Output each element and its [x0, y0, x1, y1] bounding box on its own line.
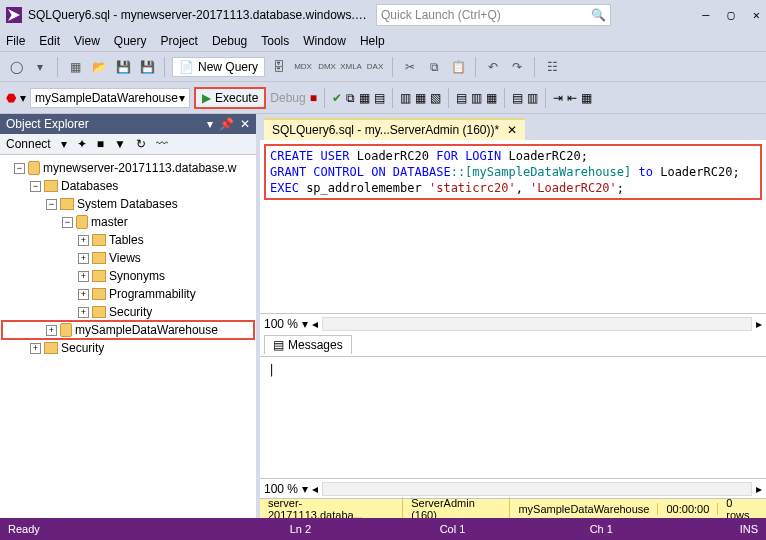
- outdent-icon[interactable]: ⇤: [567, 91, 577, 105]
- dmx-icon[interactable]: DMX: [317, 57, 337, 77]
- tree-synonyms-node[interactable]: +Synonyms: [2, 267, 254, 285]
- database-selector-value: mySampleDataWarehouse: [35, 91, 178, 105]
- dax-icon[interactable]: DAX: [365, 57, 385, 77]
- tree-views-node[interactable]: +Views: [2, 249, 254, 267]
- messages-tab[interactable]: ▤ Messages: [264, 335, 352, 354]
- tree-master-node[interactable]: −master: [2, 213, 254, 231]
- debug-button[interactable]: Debug: [270, 91, 305, 105]
- menu-window[interactable]: Window: [303, 34, 346, 48]
- menu-edit[interactable]: Edit: [39, 34, 60, 48]
- refresh-icon[interactable]: ↻: [136, 137, 146, 151]
- specify-values-icon[interactable]: ▦: [581, 91, 592, 105]
- include-stats-icon[interactable]: ▦: [415, 91, 426, 105]
- nav-fwd-icon[interactable]: ▾: [30, 57, 50, 77]
- close-button[interactable]: ✕: [753, 8, 760, 22]
- h-scroll-right-icon[interactable]: ▸: [756, 482, 762, 496]
- tree-server-node[interactable]: −mynewserver-20171113.database.w: [2, 159, 254, 177]
- main-area: Object Explorer ▾ 📌 ✕ Connect ▾ ✦ ■ ▼ ↻ …: [0, 114, 766, 518]
- execute-button[interactable]: ▶ Execute: [194, 87, 266, 109]
- sql-toolbar: ⬣ ▾ mySampleDataWarehouse ▾ ▶ Execute De…: [0, 82, 766, 114]
- tree-master-security-node[interactable]: +Security: [2, 303, 254, 321]
- h-scroll-left-icon[interactable]: ◂: [312, 317, 318, 331]
- quick-launch-input[interactable]: Quick Launch (Ctrl+Q) 🔍: [376, 4, 611, 26]
- tree-system-databases-node[interactable]: −System Databases: [2, 195, 254, 213]
- dropdown-icon[interactable]: ▾: [207, 117, 213, 131]
- props-icon[interactable]: ☷: [542, 57, 562, 77]
- activity-icon[interactable]: 〰: [156, 137, 168, 151]
- object-tree[interactable]: −mynewserver-20171113.database.w −Databa…: [0, 155, 256, 518]
- tree-programmability-node[interactable]: +Programmability: [2, 285, 254, 303]
- database-selector[interactable]: mySampleDataWarehouse ▾: [30, 88, 190, 108]
- menu-bar: File Edit View Query Project Debug Tools…: [0, 30, 766, 52]
- query-options-icon[interactable]: ▦: [359, 91, 370, 105]
- save-icon[interactable]: 💾: [113, 57, 133, 77]
- menu-view[interactable]: View: [74, 34, 100, 48]
- uncomment-icon[interactable]: ▥: [527, 91, 538, 105]
- code-editor[interactable]: CREATE USER LoaderRC20 FOR LOGIN LoaderR…: [264, 144, 762, 200]
- connect-dropdown-icon[interactable]: ▾: [61, 137, 67, 151]
- h-scrollbar-2[interactable]: [322, 482, 752, 496]
- zoom-level-2[interactable]: 100 %: [264, 482, 298, 496]
- disconnect-icon[interactable]: ✦: [77, 137, 87, 151]
- chevron-down-icon[interactable]: ▾: [302, 482, 308, 496]
- undo-icon[interactable]: ↶: [483, 57, 503, 77]
- new-project-icon[interactable]: ▦: [65, 57, 85, 77]
- pin-icon[interactable]: 📌: [219, 117, 234, 131]
- mdx-icon[interactable]: MDX: [293, 57, 313, 77]
- window-controls: — ▢ ✕: [702, 8, 760, 22]
- save-all-icon[interactable]: 💾: [137, 57, 157, 77]
- connect-icon[interactable]: ⬣: [6, 91, 16, 105]
- menu-help[interactable]: Help: [360, 34, 385, 48]
- db-engine-query-icon[interactable]: 🗄: [269, 57, 289, 77]
- comment-icon[interactable]: ▤: [512, 91, 523, 105]
- messages-panel[interactable]: |: [260, 357, 766, 478]
- connect-label[interactable]: Connect: [6, 137, 51, 151]
- zoom-level[interactable]: 100 %: [264, 317, 298, 331]
- tree-databases-node[interactable]: −Databases: [2, 177, 254, 195]
- menu-debug[interactable]: Debug: [212, 34, 247, 48]
- parse-icon[interactable]: ✔: [332, 91, 342, 105]
- indent-icon[interactable]: ⇥: [553, 91, 563, 105]
- maximize-button[interactable]: ▢: [728, 8, 735, 22]
- new-query-icon: 📄: [179, 60, 194, 74]
- results-text-icon[interactable]: ▥: [471, 91, 482, 105]
- chevron-down-icon[interactable]: ▾: [302, 317, 308, 331]
- filter-icon[interactable]: ▼: [114, 137, 126, 151]
- status-ready: Ready: [8, 523, 40, 535]
- menu-file[interactable]: File: [6, 34, 25, 48]
- open-icon[interactable]: 📂: [89, 57, 109, 77]
- h-scroll-right-icon[interactable]: ▸: [756, 317, 762, 331]
- copy-icon[interactable]: ⧉: [424, 57, 444, 77]
- h-scrollbar[interactable]: [322, 317, 752, 331]
- menu-query[interactable]: Query: [114, 34, 147, 48]
- tree-mysampledw-node[interactable]: +mySampleDataWarehouse: [2, 321, 254, 339]
- tree-tables-node[interactable]: +Tables: [2, 231, 254, 249]
- change-connection-icon[interactable]: ▾: [20, 91, 26, 105]
- sqlcmd-icon[interactable]: ▧: [430, 91, 441, 105]
- editor-whitespace[interactable]: [260, 204, 766, 313]
- include-plan-icon[interactable]: ▥: [400, 91, 411, 105]
- intellisense-icon[interactable]: ▤: [374, 91, 385, 105]
- tab-close-icon[interactable]: ✕: [507, 123, 517, 137]
- results-grid-icon[interactable]: ▤: [456, 91, 467, 105]
- h-scroll-left-icon[interactable]: ◂: [312, 482, 318, 496]
- xmla-icon[interactable]: XMLA: [341, 57, 361, 77]
- menu-tools[interactable]: Tools: [261, 34, 289, 48]
- stop-icon[interactable]: ■: [310, 91, 317, 105]
- menu-project[interactable]: Project: [161, 34, 198, 48]
- status-line: Ln 2: [290, 523, 440, 535]
- editor-tab[interactable]: SQLQuery6.sql - my...ServerAdmin (160))*…: [264, 118, 525, 140]
- tree-security-node[interactable]: +Security: [2, 339, 254, 357]
- new-query-button[interactable]: 📄 New Query: [172, 57, 265, 77]
- redo-icon[interactable]: ↷: [507, 57, 527, 77]
- minimize-button[interactable]: —: [702, 8, 709, 22]
- object-explorer-title: Object Explorer: [6, 117, 89, 131]
- app-status-bar: Ready Ln 2 Col 1 Ch 1 INS: [0, 518, 766, 540]
- stop-icon-2[interactable]: ■: [97, 137, 104, 151]
- paste-icon[interactable]: 📋: [448, 57, 468, 77]
- close-panel-icon[interactable]: ✕: [240, 117, 250, 131]
- cut-icon[interactable]: ✂: [400, 57, 420, 77]
- estimated-plan-icon[interactable]: ⧉: [346, 91, 355, 105]
- nav-back-icon[interactable]: ◯: [6, 57, 26, 77]
- results-file-icon[interactable]: ▦: [486, 91, 497, 105]
